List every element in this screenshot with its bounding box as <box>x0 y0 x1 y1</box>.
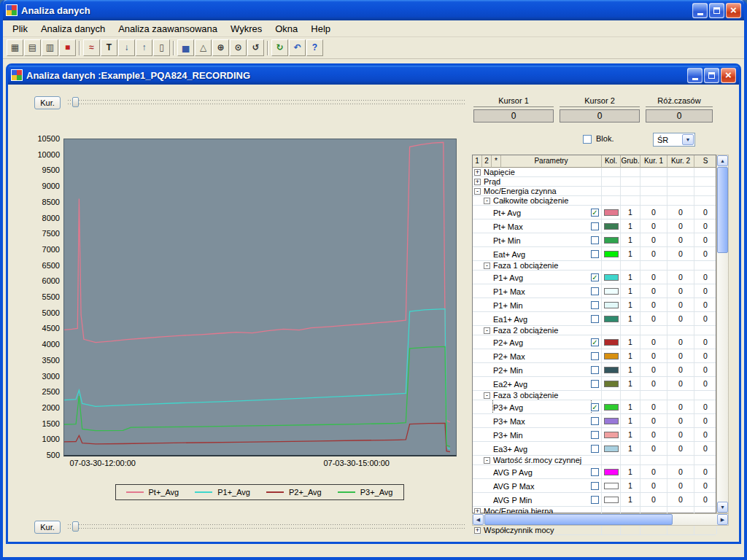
column-header-grub[interactable]: Grub. <box>621 155 640 168</box>
column-header-s[interactable]: S <box>694 155 717 168</box>
chart-tool-button[interactable]: ≈ <box>83 39 100 56</box>
column-header-kol[interactable]: Kol. <box>602 155 621 168</box>
param-checkbox[interactable]: ✓ <box>591 338 599 346</box>
record-tool-button[interactable]: ■ <box>59 39 76 56</box>
bar-chart-tool-button[interactable]: ▅ <box>177 39 194 56</box>
help-tool-button[interactable]: ? <box>306 39 323 56</box>
scroll-right-icon[interactable]: ▶ <box>717 514 728 525</box>
main-window-titlebar[interactable]: Analiza danych × <box>3 0 744 20</box>
maximize-button[interactable] <box>709 3 724 18</box>
tree-group-row[interactable]: -Faza 1 obciążenie <box>473 261 716 271</box>
param-row[interactable]: Eat+ Avg1000 <box>473 247 716 261</box>
tree-group-row[interactable]: -Wartość śr.mocy czynnej <box>473 456 716 465</box>
collapse-icon[interactable]: - <box>484 327 490 334</box>
export-grid-tool-button[interactable]: ▥ <box>42 39 58 56</box>
column-header-col2[interactable]: * <box>492 155 501 168</box>
aggregation-combo[interactable]: ŚR ▼ <box>653 133 695 147</box>
table-horizontal-scrollbar[interactable]: ◀ ▶ <box>472 513 729 526</box>
menu-item-help[interactable]: Help <box>304 21 337 36</box>
param-row[interactable]: Ea3+ Avg1000 <box>473 442 716 456</box>
tree-group-row[interactable]: -Całkowite obciążenie <box>473 196 716 206</box>
tree-group-row[interactable]: +Napięcie <box>473 168 716 177</box>
param-row[interactable]: Ea1+ Avg1000 <box>473 312 716 326</box>
search-tool-button[interactable]: ⊙ <box>230 39 247 56</box>
text-tool-button[interactable]: T <box>101 39 117 56</box>
undo-tool-button[interactable]: ↶ <box>289 39 306 56</box>
blok-checkbox[interactable] <box>583 135 592 144</box>
param-checkbox[interactable] <box>591 468 599 476</box>
collapse-icon[interactable]: - <box>484 457 490 464</box>
inner-minimize-button[interactable] <box>687 68 703 83</box>
inner-close-button[interactable]: × <box>721 68 736 83</box>
time-tool-button[interactable]: ↺ <box>247 39 264 56</box>
inner-maximize-button[interactable] <box>704 68 719 83</box>
waveform-tool-button[interactable]: △ <box>195 39 212 56</box>
collapse-icon[interactable]: - <box>484 262 490 269</box>
close-button[interactable]: × <box>726 3 741 18</box>
menu-item-plik[interactable]: Plik <box>6 21 34 36</box>
param-row[interactable]: AVG P Max1000 <box>473 479 716 493</box>
expand-icon[interactable]: + <box>474 527 481 534</box>
param-checkbox[interactable] <box>591 250 599 258</box>
param-row[interactable]: P2+ Avg✓1000 <box>473 335 716 349</box>
param-checkbox[interactable] <box>591 315 599 323</box>
bottom-cursor-thumb[interactable] <box>72 521 79 532</box>
param-checkbox[interactable] <box>591 287 599 295</box>
collapse-icon[interactable]: - <box>484 198 490 204</box>
param-checkbox[interactable]: ✓ <box>591 273 599 281</box>
refresh-tool-button[interactable]: ↻ <box>271 39 288 56</box>
print-tool-button[interactable]: ▤ <box>24 39 41 56</box>
param-checkbox[interactable] <box>591 366 599 374</box>
collapse-icon[interactable]: - <box>484 392 490 399</box>
column-header-2[interactable]: 2 <box>482 155 492 168</box>
column-header-kur-1[interactable]: Kur. 1 <box>640 155 667 168</box>
param-row[interactable]: P2+ Min1000 <box>473 363 716 377</box>
param-row[interactable]: P2+ Max1000 <box>473 349 716 363</box>
scroll-up-icon[interactable]: ▲ <box>717 155 728 166</box>
vertical-scroll-thumb[interactable] <box>717 167 728 253</box>
param-row[interactable]: Ea2+ Avg1000 <box>473 377 716 391</box>
param-checkbox[interactable]: ✓ <box>591 209 599 217</box>
expand-icon[interactable]: + <box>474 179 481 185</box>
bottom-kur-button[interactable]: Kur. <box>34 521 61 534</box>
param-checkbox[interactable] <box>591 431 599 439</box>
param-row[interactable]: Pt+ Avg✓1000 <box>473 206 716 219</box>
param-row[interactable]: P1+ Avg✓1000 <box>473 271 716 284</box>
document-tool-button[interactable]: ▯ <box>153 39 170 56</box>
table-vertical-scrollbar[interactable]: ▲ ▼ <box>716 155 729 513</box>
param-checkbox[interactable] <box>591 352 599 360</box>
chart-plot[interactable] <box>63 139 457 456</box>
analysis-window-titlebar[interactable]: Analiza danych :Example1_PQA824_RECORDIN… <box>8 66 739 85</box>
combo-dropdown-icon[interactable]: ▼ <box>682 134 694 145</box>
menu-item-analiza-zaawansowana[interactable]: Analiza zaawansowana <box>112 21 224 36</box>
param-checkbox[interactable] <box>591 222 599 230</box>
param-checkbox[interactable] <box>591 301 599 309</box>
param-checkbox[interactable] <box>591 236 599 244</box>
column-header-parametry[interactable]: Parametry <box>501 155 602 168</box>
expand-icon[interactable]: + <box>474 169 481 176</box>
param-checkbox[interactable] <box>591 496 599 504</box>
tree-group-row[interactable]: +Prąd <box>473 177 716 187</box>
zoom-tool-button[interactable]: ⊕ <box>212 39 229 56</box>
bottom-cursor-slider[interactable] <box>68 524 466 529</box>
tree-group-row[interactable]: -Faza 2 obciążenie <box>473 326 716 335</box>
menu-item-wykres[interactable]: Wykres <box>224 21 268 36</box>
minimize-button[interactable] <box>692 3 708 18</box>
import-tool-button[interactable]: ↓ <box>118 39 135 56</box>
collapse-icon[interactable]: - <box>474 188 481 195</box>
top-kur-button[interactable]: Kur. <box>34 96 61 109</box>
horizontal-scroll-thumb[interactable] <box>484 514 673 525</box>
param-row[interactable]: AVG P Avg1000 <box>473 465 716 479</box>
export-tool-button[interactable]: ↑ <box>136 39 152 56</box>
param-row[interactable]: Pt+ Max1000 <box>473 219 716 233</box>
param-checkbox[interactable] <box>591 417 599 425</box>
tree-group-row[interactable]: -Faza 3 obciążenie <box>473 391 716 400</box>
top-cursor-slider[interactable] <box>68 100 466 104</box>
param-checkbox[interactable] <box>591 482 599 490</box>
column-header-kur-2[interactable]: Kur. 2 <box>667 155 694 168</box>
param-row[interactable]: AVG P Min1000 <box>473 493 716 507</box>
tree-group-row[interactable]: +Współczynnik mocy <box>473 526 716 535</box>
data-grid-tool-button[interactable]: ▦ <box>7 39 23 56</box>
param-row[interactable]: P3+ Min1000 <box>473 428 716 442</box>
menu-item-okna[interactable]: Okna <box>268 21 304 36</box>
